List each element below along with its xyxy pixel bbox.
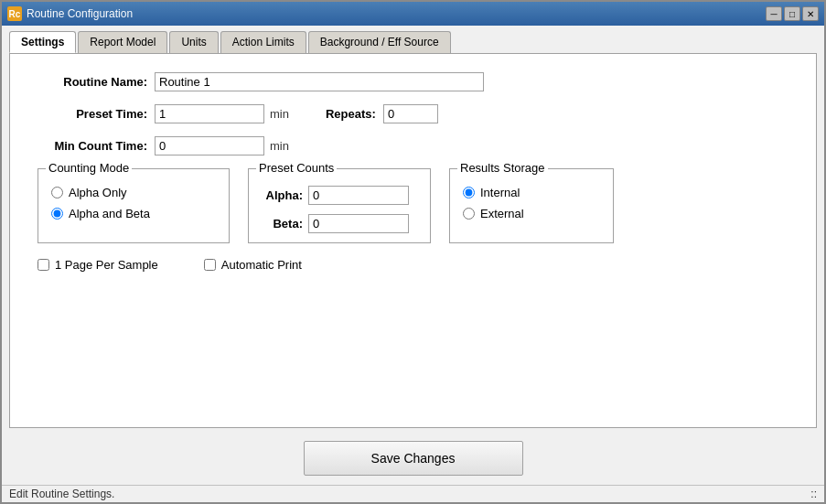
alpha-beta-radio[interactable] [51,208,63,220]
min-count-time-unit: min [270,139,289,153]
preset-counts-title: Preset Counts [256,161,337,175]
external-label: External [480,207,524,220]
status-corner: :: [810,488,817,500]
alpha-only-row: Alpha Only [51,186,216,199]
internal-label: Internal [480,186,520,199]
counting-mode-title: Counting Mode [46,161,132,175]
external-radio[interactable] [463,208,475,220]
title-bar: Rc Routine Configuration ─ □ ✕ [2,2,824,26]
tab-units[interactable]: Units [169,31,218,53]
close-button[interactable]: ✕ [802,6,819,21]
auto-print-item: Automatic Print [204,258,302,272]
auto-print-label: Automatic Print [221,258,302,272]
alpha-beta-label: Alpha and Beta [69,207,150,220]
title-controls: ─ □ ✕ [766,6,819,21]
external-row: External [463,207,600,220]
one-page-label: 1 Page Per Sample [55,258,158,272]
internal-radio[interactable] [463,187,475,198]
tab-settings[interactable]: Settings [9,31,76,53]
min-count-time-label: Min Count Time: [38,139,147,153]
window-content: Settings Report Model Units Action Limit… [2,26,824,432]
app-icon: Rc [7,6,22,21]
status-text: Edit Routine Settings. [9,488,114,500]
repeats-input[interactable] [383,104,438,123]
one-page-checkbox[interactable] [38,259,49,271]
tab-background-eff-source[interactable]: Background / Eff Source [308,31,451,53]
results-storage-group: Results Storage Internal External [449,168,614,243]
maximize-button[interactable]: □ [784,6,800,21]
repeats-label: Repeats: [326,107,376,121]
alpha-only-radio[interactable] [51,187,63,198]
window-title: Routine Configuration [27,7,133,20]
routine-name-label: Routine Name: [38,75,147,89]
tab-report-model[interactable]: Report Model [78,31,167,53]
internal-row: Internal [463,186,600,199]
preset-time-input[interactable] [155,104,264,123]
alpha-only-label: Alpha Only [69,186,127,199]
preset-time-unit: min [270,107,289,121]
auto-print-checkbox[interactable] [204,259,216,271]
counting-mode-group: Counting Mode Alpha Only Alpha and Beta [38,168,230,243]
alpha-count-input[interactable] [308,186,409,205]
preset-time-row: Preset Time: min Repeats: [38,104,788,123]
settings-tab-content: Routine Name: Preset Time: min Repeats: … [9,53,817,428]
beta-count-label: Beta: [262,217,303,231]
status-bar: Edit Routine Settings. :: [2,485,824,502]
save-button-area: Save Changes [2,432,824,485]
one-page-item: 1 Page Per Sample [38,258,158,272]
alpha-beta-row: Alpha and Beta [51,207,216,220]
save-changes-button[interactable]: Save Changes [304,441,523,476]
beta-count-input[interactable] [308,214,409,233]
preset-counts-group: Preset Counts Alpha: Beta: [248,168,431,243]
checkboxes-row: 1 Page Per Sample Automatic Print [38,258,788,272]
min-count-time-row: Min Count Time: min [38,136,788,155]
tab-action-limits[interactable]: Action Limits [220,31,306,53]
group-boxes: Counting Mode Alpha Only Alpha and Beta [38,168,788,243]
title-bar-left: Rc Routine Configuration [7,6,133,21]
tabs-bar: Settings Report Model Units Action Limit… [9,31,817,53]
alpha-count-row: Alpha: [262,186,417,205]
beta-count-row: Beta: [262,214,417,233]
routine-name-row: Routine Name: [38,72,788,91]
min-count-time-input[interactable] [155,136,264,155]
results-storage-title: Results Storage [457,161,548,175]
alpha-count-label: Alpha: [262,188,303,202]
main-window: Rc Routine Configuration ─ □ ✕ Settings … [0,0,826,504]
preset-time-label: Preset Time: [38,107,147,121]
routine-name-input[interactable] [155,72,484,91]
minimize-button[interactable]: ─ [766,6,782,21]
